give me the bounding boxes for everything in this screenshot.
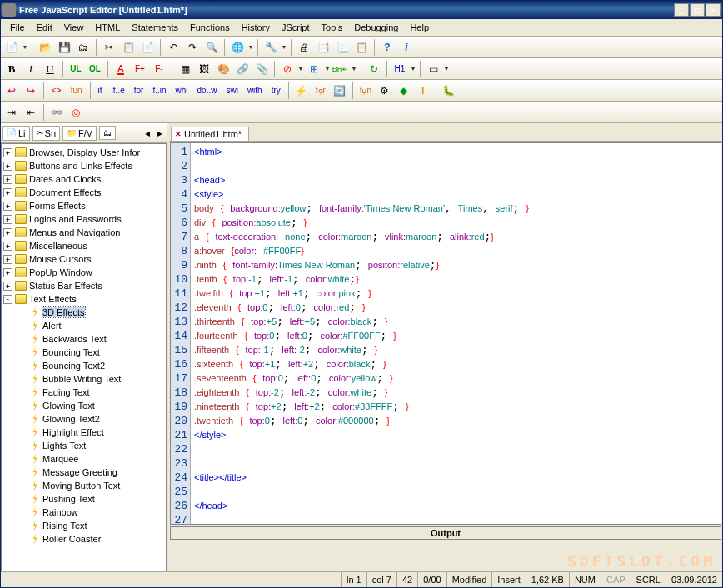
print-button[interactable]: 🖨	[295, 38, 313, 57]
expand-icon[interactable]: +	[3, 162, 12, 171]
js-if[interactable]: if	[94, 82, 107, 100]
doc-button[interactable]: 📑	[314, 38, 332, 57]
arrow-right-icon[interactable]: ↪	[22, 82, 40, 100]
br-button[interactable]: BR↵	[332, 60, 350, 78]
image-button[interactable]: 🖼	[195, 60, 213, 78]
font-minus-button[interactable]: F-	[150, 60, 168, 78]
tree-node[interactable]: Bubble Writing Text	[3, 372, 164, 386]
js-with[interactable]: with	[243, 82, 267, 100]
tree-node[interactable]: -Text Effects	[3, 292, 164, 306]
font-plus-button[interactable]: F+	[131, 60, 149, 78]
menu-view[interactable]: View	[58, 21, 90, 34]
fun-icon[interactable]: fụn	[357, 82, 375, 100]
tree-node[interactable]: Rainbow	[3, 506, 164, 519]
menu-file[interactable]: File	[4, 21, 31, 34]
save-button[interactable]: 💾	[55, 38, 73, 57]
h1-button[interactable]: H1	[391, 60, 409, 78]
tree-node[interactable]: +Status Bar Effects	[3, 279, 164, 292]
js-dow[interactable]: do..w	[193, 82, 222, 100]
outdent-button[interactable]: ⇤	[22, 103, 40, 122]
new-button[interactable]: 📄	[2, 38, 21, 57]
menu-help[interactable]: Help	[404, 21, 435, 34]
tools-button[interactable]: 🔧	[262, 38, 280, 57]
table-button[interactable]: ▦	[176, 60, 194, 78]
tree-node[interactable]: +PopUp Window	[3, 266, 164, 279]
cut-button[interactable]: ✂	[100, 38, 118, 57]
menu-edit[interactable]: Edit	[31, 21, 58, 34]
menu-jscript[interactable]: JScript	[276, 21, 316, 34]
expand-icon[interactable]: +	[3, 228, 12, 237]
underline-button[interactable]: U	[41, 60, 59, 78]
tree-node[interactable]: +Logins and Passwords	[3, 212, 164, 226]
tree-node[interactable]: +Forms Effects	[3, 199, 164, 212]
font-color-button[interactable]: A	[112, 60, 130, 78]
js-for[interactable]: for	[130, 82, 148, 100]
js-swi[interactable]: swi	[222, 82, 242, 100]
tree-node[interactable]: Bouncing Text2	[3, 359, 164, 372]
lightning-icon[interactable]: ⚡	[292, 82, 311, 100]
js-try[interactable]: try	[267, 82, 285, 100]
tree-panel[interactable]: +Browser, Display User Infor+Buttons and…	[1, 143, 167, 571]
refresh2-icon[interactable]: 🔄	[331, 82, 349, 100]
tree-node[interactable]: Glowing Text2	[3, 412, 164, 426]
code-area[interactable]: <html> <head> <style> body { background:…	[191, 143, 721, 524]
tree-node[interactable]: Rising Text	[3, 519, 164, 532]
tree-node[interactable]: +Browser, Display User Infor	[3, 146, 164, 159]
tree-node[interactable]: 3D Effects	[3, 306, 164, 319]
editor-tab[interactable]: ✕ Untitled1.htm*	[171, 127, 249, 141]
menu-tools[interactable]: Tools	[316, 21, 349, 34]
expand-icon[interactable]: -	[3, 295, 12, 304]
help-button[interactable]: ?	[378, 38, 396, 57]
bold-button[interactable]: B	[2, 60, 21, 78]
expand-icon[interactable]: +	[3, 268, 12, 277]
tree-node[interactable]: Moving Button Text	[3, 479, 164, 492]
indent-button[interactable]: ⇥	[2, 103, 21, 122]
close-button[interactable]: ✕	[706, 3, 721, 17]
paste-button[interactable]: 📄	[138, 38, 157, 57]
open-button[interactable]: 📂	[36, 38, 54, 57]
tree-node[interactable]: Marquee	[3, 452, 164, 466]
undo-button[interactable]: ↶	[164, 38, 182, 57]
info-button[interactable]: i	[397, 38, 416, 57]
expand-icon[interactable]: +	[3, 202, 12, 211]
save-all-button[interactable]: 🗂	[74, 38, 92, 57]
minimize-button[interactable]: _	[674, 3, 689, 17]
globe-button[interactable]: 🌐	[228, 38, 247, 57]
gear-icon[interactable]: ⚙	[376, 82, 394, 100]
tree-node[interactable]: +Buttons and Links Effects	[3, 159, 164, 172]
tree-node[interactable]: Bouncing Text	[3, 346, 164, 359]
target-button[interactable]: ◎	[67, 103, 85, 122]
maximize-button[interactable]: □	[690, 3, 705, 17]
glasses-button[interactable]: 👓	[47, 103, 66, 122]
arrow-left-icon[interactable]: ↩	[2, 82, 21, 100]
tree-node[interactable]: Backwards Text	[3, 332, 164, 346]
tree-node[interactable]: Glowing Text	[3, 399, 164, 412]
js-ife[interactable]: if..e	[107, 82, 129, 100]
expand-icon[interactable]: +	[3, 242, 12, 251]
tree-node[interactable]: Message Greeting	[3, 466, 164, 479]
tree-node[interactable]: +Menus and Navigation	[3, 226, 164, 239]
sidebar-tab-fv[interactable]: 📁F/V	[62, 126, 97, 141]
doc3-button[interactable]: 📋	[352, 38, 371, 57]
tree-node[interactable]: Pushing Text	[3, 492, 164, 506]
italic-button[interactable]: I	[22, 60, 40, 78]
tree-node[interactable]: +Mouse Cursors	[3, 252, 164, 266]
stop-button[interactable]: ⊘	[278, 60, 297, 78]
sidebar-next[interactable]: ▸	[155, 124, 165, 142]
tree-node[interactable]: Roller Coaster	[3, 532, 164, 546]
diamond-icon[interactable]: ◆	[395, 82, 413, 100]
excl-icon[interactable]: !	[414, 82, 432, 100]
doc2-button[interactable]: 📃	[333, 38, 352, 57]
find-button[interactable]: 🔍	[202, 38, 221, 57]
close-tab-icon[interactable]: ✕	[175, 130, 182, 138]
copy-button[interactable]: 📋	[119, 38, 137, 57]
expand-icon[interactable]: +	[3, 148, 12, 157]
sidebar-prev[interactable]: ◂	[142, 124, 152, 142]
js-fin[interactable]: f..in	[148, 82, 170, 100]
menu-history[interactable]: History	[236, 21, 276, 34]
code-editor[interactable]: 1234567891011121314151617181920212223242…	[170, 142, 721, 525]
anchor-button[interactable]: 📎	[252, 60, 271, 78]
tree-node[interactable]: Lights Text	[3, 439, 164, 452]
js-fun[interactable]: fun	[67, 82, 87, 100]
menu-statements[interactable]: Statements	[126, 21, 184, 34]
